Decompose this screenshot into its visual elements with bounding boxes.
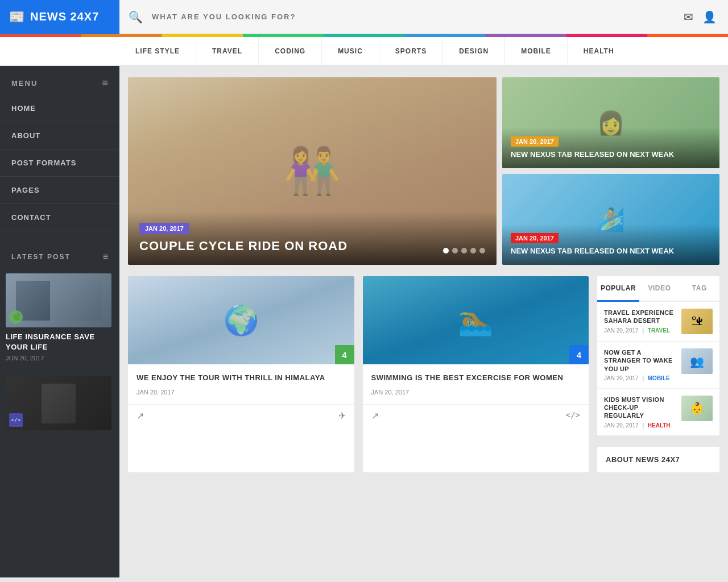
content-area: 👫 JAN 20, 2017 COUPLE CYCLE RIDE ON ROAD <box>119 66 728 577</box>
nav-item-lifestyle[interactable]: LIFE STYLE <box>119 37 196 65</box>
nav-item-sports[interactable]: SPORTS <box>379 37 443 65</box>
tab-item-1-title: TRAVEL EXPERIENCE SAHARA DESERT <box>604 309 676 325</box>
article-1-date: JAN 20, 2017 <box>136 389 346 396</box>
bookmark-icon-1[interactable]: ✈ <box>338 410 346 421</box>
tab-item-3-date: JAN 20, 2017 <box>604 422 639 429</box>
tabs-header: POPULAR VIDEO TAG <box>597 276 719 302</box>
tab-item-1[interactable]: TRAVEL EXPERIENCE SAHARA DESERT JAN 20, … <box>597 302 719 342</box>
sidebar-right: POPULAR VIDEO TAG TRAVEL EXPERIENCE SAHA… <box>597 276 719 472</box>
code-icon-2[interactable]: </> <box>566 410 580 421</box>
nav-item-design[interactable]: DESIGN <box>443 37 505 65</box>
hero-side-card-2-overlay: JAN 20, 2017 NEW NEXUS TAB RELEASED ON N… <box>502 224 719 265</box>
mail-icon[interactable]: ✉ <box>684 10 693 24</box>
article-2-title: SWIMMING IS THE BEST EXCERCISE FOR WOMEN <box>371 373 581 383</box>
sidebar-nav-item-pages[interactable]: PAGES <box>0 177 119 204</box>
menu-label: MENU <box>11 79 38 88</box>
sidebar-nav-item-about[interactable]: ABOUT <box>0 122 119 149</box>
header: 📰 NEWS 24X7 🔍 ✉ 👤 <box>0 0 728 34</box>
sidebar-post-1-title: LIFE INSURANCE SAVE YOUR LIFE <box>6 332 114 352</box>
sidebar-post-1-img: 🌿 <box>6 273 111 327</box>
about-widget: ABOUT NEWS 24X7 <box>597 447 719 472</box>
sidebar-post-2[interactable]: </> <box>0 372 119 435</box>
hero-side: 👩 JAN 20, 2017 NEW NEXUS TAB RELEASED ON… <box>502 77 719 265</box>
tab-item-2-content: NOW GET A STRANGER TO WAKE YOU UP JAN 20… <box>604 348 676 381</box>
post-1-badge: 🌿 <box>9 310 23 324</box>
hero-side-card-2[interactable]: 🏄 JAN 20, 2017 NEW NEXUS TAB RELEASED ON… <box>502 174 719 265</box>
article-card-2: 🏊 4 SWIMMING IS THE BEST EXCERCISE FOR W… <box>363 276 589 472</box>
search-input[interactable] <box>152 13 675 21</box>
article-cards: 🌍 4 WE ENJOY THE TOUR WITH THRILL IN HIM… <box>128 276 589 472</box>
nav-item-coding[interactable]: CODING <box>259 37 322 65</box>
tab-item-2[interactable]: NOW GET A STRANGER TO WAKE YOU UP JAN 20… <box>597 342 719 389</box>
sidebar-post-1-date: JUN 20, 2017 <box>6 355 114 361</box>
tab-item-2-date: JAN 20, 2017 <box>604 375 639 381</box>
hero-side-date-1: JAN 20, 2017 <box>511 136 559 147</box>
tab-popular[interactable]: POPULAR <box>597 276 639 302</box>
sidebar-left: MENU ≡ HOME ABOUT POST FORMATS PAGES CON… <box>0 66 119 577</box>
main-layout: MENU ≡ HOME ABOUT POST FORMATS PAGES CON… <box>0 66 728 577</box>
article-1-img: 🌍 4 <box>128 276 354 364</box>
sidebar-latest-header: LATEST POST ≡ <box>0 243 119 269</box>
hero-dot-5[interactable] <box>479 248 485 253</box>
sidebar-nav-item-home[interactable]: HOME <box>0 95 119 122</box>
article-card-1: 🌍 4 WE ENJOY THE TOUR WITH THRILL IN HIM… <box>128 276 354 472</box>
sidebar-post-2-img: </> <box>6 376 111 430</box>
nav-item-health[interactable]: HEALTH <box>568 37 630 65</box>
tab-item-1-meta: JAN 20, 2017 | TRAVEL <box>604 327 676 334</box>
hero-side-title-2: NEW NEXUS TAB RELEASED ON NEXT WEAK <box>511 247 711 256</box>
hero-side-card-1-overlay: JAN 20, 2017 NEW NEXUS TAB RELEASED ON N… <box>502 127 719 168</box>
article-1-title: WE ENJOY THE TOUR WITH THRILL IN HIMALAY… <box>136 373 346 383</box>
article-1-footer: ↗ ✈ <box>128 404 354 427</box>
tab-item-3-img: 👶 <box>681 396 713 421</box>
hero-main-title: COUPLE CYCLE RIDE ON ROAD <box>139 239 485 253</box>
tab-item-2-title: NOW GET A STRANGER TO WAKE YOU UP <box>604 348 676 373</box>
nav-item-mobile[interactable]: MOBILE <box>505 37 568 65</box>
hero-dot-3[interactable] <box>461 248 467 253</box>
sidebar-post-1[interactable]: 🌿 LIFE INSURANCE SAVE YOUR LIFE JUN 20, … <box>0 269 119 366</box>
hero-side-date-2: JAN 20, 2017 <box>511 233 559 243</box>
tab-item-1-content: TRAVEL EXPERIENCE SAHARA DESERT JAN 20, … <box>604 309 676 334</box>
tab-item-3-content: KIDS MUST VISION CHECK-UP REGULARLY JAN … <box>604 396 676 429</box>
hero-dot-4[interactable] <box>470 248 476 253</box>
hero-side-title-1: NEW NEXUS TAB RELEASED ON NEXT WEAK <box>511 150 711 160</box>
sidebar-nav-item-post-formats[interactable]: POST FORMATS <box>0 149 119 177</box>
tab-item-3[interactable]: KIDS MUST VISION CHECK-UP REGULARLY JAN … <box>597 389 719 435</box>
hero-dot-2[interactable] <box>452 248 458 253</box>
sidebar-menu-header: MENU ≡ <box>0 66 119 95</box>
sidebar-nav-item-contact[interactable]: CONTACT <box>0 204 119 231</box>
about-title: ABOUT NEWS 24X7 <box>606 455 711 464</box>
logo-text: NEWS 24X7 <box>30 10 99 23</box>
hero-section: 👫 JAN 20, 2017 COUPLE CYCLE RIDE ON ROAD <box>128 77 719 265</box>
tab-item-1-img: 🏜 <box>681 309 713 334</box>
tab-item-1-category: TRAVEL <box>648 327 670 334</box>
share-icon-1[interactable]: ↗ <box>136 410 144 421</box>
tab-item-3-category: HEALTH <box>648 422 671 429</box>
article-2-img: 🏊 4 <box>363 276 589 364</box>
tab-item-2-meta: JAN 20, 2017 | MOBILE <box>604 375 676 381</box>
nav-item-travel[interactable]: TRAVEL <box>196 37 259 65</box>
article-2-footer: ↗ </> <box>363 404 589 427</box>
cards-and-sidebar: 🌍 4 WE ENJOY THE TOUR WITH THRILL IN HIM… <box>128 276 719 472</box>
nav-bar: LIFE STYLE TRAVEL CODING MUSIC SPORTS DE… <box>0 37 728 66</box>
tab-item-2-img: 👥 <box>681 348 713 374</box>
tabs-widget: POPULAR VIDEO TAG TRAVEL EXPERIENCE SAHA… <box>597 276 719 435</box>
hero-main-date: JAN 20, 2017 <box>139 223 189 234</box>
user-icon[interactable]: 👤 <box>702 10 717 24</box>
tab-item-3-title: KIDS MUST VISION CHECK-UP REGULARLY <box>604 396 676 420</box>
search-icon[interactable]: 🔍 <box>129 10 143 24</box>
article-2-date: JAN 20, 2017 <box>371 389 581 396</box>
hero-side-card-1[interactable]: 👩 JAN 20, 2017 NEW NEXUS TAB RELEASED ON… <box>502 77 719 168</box>
tab-video[interactable]: VIDEO <box>639 276 679 301</box>
latest-post-icon: ≡ <box>103 252 108 262</box>
nav-item-music[interactable]: MUSIC <box>322 37 379 65</box>
hero-dot-1[interactable] <box>443 248 449 253</box>
article-2-badge: 4 <box>569 345 589 364</box>
tab-item-1-date: JAN 20, 2017 <box>604 327 639 334</box>
article-1-badge: 4 <box>335 345 354 364</box>
sidebar-logo: 📰 NEWS 24X7 <box>0 0 119 34</box>
tab-tag[interactable]: TAG <box>680 276 719 301</box>
menu-hamburger-icon[interactable]: ≡ <box>102 77 108 89</box>
hero-main: 👫 JAN 20, 2017 COUPLE CYCLE RIDE ON ROAD <box>128 77 497 265</box>
latest-post-label: LATEST POST <box>11 253 71 261</box>
share-icon-2[interactable]: ↗ <box>371 410 379 421</box>
